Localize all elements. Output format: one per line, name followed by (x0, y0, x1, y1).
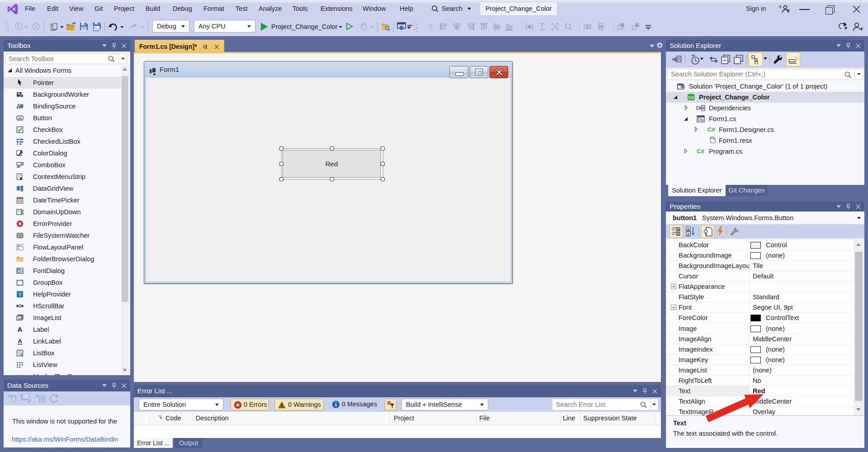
svg-text:Z: Z (687, 232, 689, 236)
svg-text:A: A (18, 269, 20, 273)
svg-text:?: ? (19, 292, 21, 297)
svg-text:A: A (687, 227, 690, 231)
svg-text:(..): (..) (17, 374, 23, 375)
svg-text:C#: C# (688, 95, 694, 100)
svg-text:A: A (18, 338, 22, 344)
svg-text:A: A (18, 326, 23, 333)
svg-text:ab: ab (18, 116, 22, 120)
